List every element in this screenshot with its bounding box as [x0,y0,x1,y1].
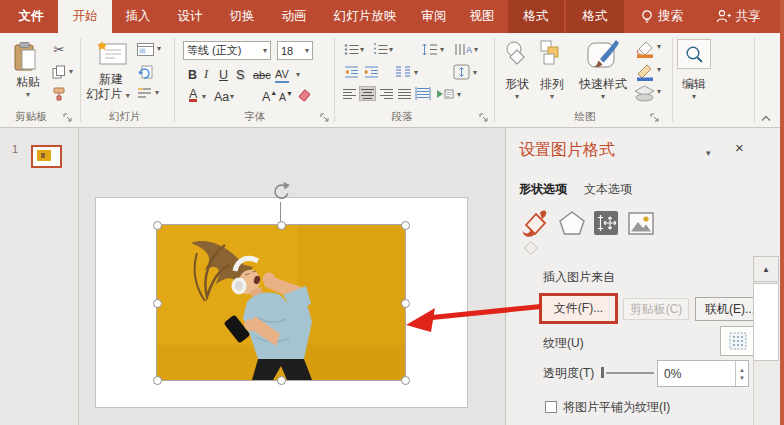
clear-formatting-button[interactable] [296,88,312,104]
decrease-indent-button[interactable] [343,64,360,79]
handle-top-left[interactable] [153,221,162,230]
tab-design[interactable]: 设计 [164,0,216,33]
transparency-slider-handle[interactable] [601,367,604,378]
effects-pentagon-icon[interactable] [558,209,586,237]
handle-bottom-left[interactable] [153,376,162,385]
tab-transitions[interactable]: 切换 [216,0,268,33]
change-case-dropdown-icon[interactable]: ▾ [230,93,234,101]
tab-shape-options[interactable]: 形状选项 [519,181,567,198]
tab-view[interactable]: 视图 [458,0,506,33]
slide-thumbnail[interactable] [31,145,62,168]
transparency-input[interactable]: 0% ▲ ▼ [657,360,749,387]
texture-picker-button[interactable] [720,326,756,356]
shape-fill-button[interactable] [633,38,655,58]
pane-options-dropdown-icon[interactable]: ▾ [706,149,711,158]
pane-scrollbar-up-button[interactable]: ▲ [753,256,779,282]
paste-dropdown-icon[interactable]: ▾ [20,91,36,99]
handle-mid-left[interactable] [153,299,162,308]
spinner-up-icon[interactable]: ▲ [739,367,745,373]
tab-review[interactable]: 审阅 [410,0,458,33]
shape-outline-dropdown-icon[interactable]: ▾ [657,66,661,74]
paragraph-dialog-launcher-icon[interactable] [479,113,489,123]
reset-button[interactable] [136,64,154,80]
increase-indent-button[interactable] [363,64,380,79]
shrink-font-button[interactable]: A▼ [279,88,293,105]
size-properties-icon[interactable] [594,211,618,235]
align-center-button[interactable] [359,86,376,101]
tab-text-options[interactable]: 文本选项 [584,181,632,198]
section-button[interactable] [136,86,152,100]
copy-dropdown-icon[interactable]: ▾ [69,68,73,76]
align-left-button[interactable] [341,86,358,101]
bullets-dropdown-icon[interactable]: ▾ [360,46,364,54]
line-spacing-button[interactable] [420,41,438,57]
font-color-dropdown-icon[interactable]: ▾ [202,93,206,101]
tile-checkbox[interactable] [545,401,557,413]
columns-dropdown-icon[interactable]: ▾ [414,69,418,77]
line-spacing-dropdown-icon[interactable]: ▾ [440,46,444,54]
bold-button[interactable]: B [188,66,197,83]
character-spacing-button[interactable]: AV [275,66,289,83]
tab-insert[interactable]: 插入 [112,0,164,33]
align-text-dropdown-icon[interactable]: ▾ [473,69,477,77]
shape-effects-dropdown-icon[interactable]: ▾ [657,88,661,96]
format-painter-button[interactable] [50,86,68,103]
tell-me-search[interactable]: 搜索 [630,0,694,33]
pane-scrollbar-thumb[interactable] [753,283,779,361]
align-text-button[interactable] [451,63,471,80]
columns-button[interactable] [394,64,412,79]
smartart-dropdown-icon[interactable]: ▾ [457,91,461,99]
grow-font-button[interactable]: A▲ [262,88,277,105]
distribute-button[interactable] [414,86,431,101]
pane-close-icon[interactable]: × [735,139,744,156]
font-size-select[interactable]: 18 ▾ [277,41,313,60]
cut-button[interactable]: ✂ [50,41,68,58]
numbering-button[interactable] [372,42,388,56]
italic-button[interactable]: I [204,66,208,83]
tab-file[interactable]: 文件 [6,0,56,33]
handle-bottom-right[interactable] [401,376,410,385]
inserted-picture[interactable] [157,225,405,380]
layout-dropdown-icon[interactable]: ▾ [157,45,161,53]
file-button-highlight[interactable]: 文件(F)... [539,293,618,324]
text-direction-button[interactable]: A [453,41,473,57]
shape-effects-button[interactable] [633,84,655,102]
underline-button[interactable]: U [219,66,228,83]
handle-top-mid[interactable] [277,221,286,230]
change-case-button[interactable]: Aa [214,88,229,105]
transparency-spinner[interactable]: ▲ ▼ [735,361,748,386]
tab-slideshow[interactable]: 幻灯片放映 [320,0,410,33]
handle-mid-right[interactable] [401,299,410,308]
font-dialog-launcher-icon[interactable] [320,113,330,123]
justify-button[interactable] [396,86,413,101]
handle-top-right[interactable] [401,221,410,230]
bullets-button[interactable] [343,42,359,56]
tab-home[interactable]: 开始 [58,0,112,33]
text-direction-dropdown-icon[interactable]: ▾ [474,46,478,54]
picture-options-icon[interactable] [628,212,654,236]
file-button[interactable]: 文件(F)... [554,300,603,317]
character-spacing-dropdown-icon[interactable]: ▾ [296,71,300,79]
align-right-button[interactable] [378,86,395,101]
numbering-dropdown-icon[interactable]: ▾ [389,46,393,54]
rotation-handle-icon[interactable] [271,181,291,201]
copy-button[interactable] [50,64,68,80]
shape-outline-button[interactable] [633,61,655,81]
font-family-select[interactable]: 等线 (正文) ▾ [183,41,271,60]
layout-button[interactable] [136,42,154,56]
convert-smartart-button[interactable] [435,86,455,102]
tab-animations[interactable]: 动画 [268,0,320,33]
strikethrough-button[interactable]: abc [253,66,271,83]
tab-format-picture-tools[interactable]: 格式 [508,0,564,33]
clipboard-dialog-launcher-icon[interactable] [63,113,73,123]
collapse-ribbon-icon[interactable] [760,114,772,122]
share-button[interactable]: 共享 [706,0,770,33]
transparency-slider-track[interactable] [606,372,654,374]
section-dropdown-icon[interactable]: ▾ [155,89,159,97]
fill-line-icon[interactable] [518,207,550,239]
font-color-button[interactable]: A [189,88,197,102]
shape-fill-dropdown-icon[interactable]: ▾ [657,43,661,51]
handle-bottom-mid[interactable] [277,376,286,385]
drawing-dialog-launcher-icon[interactable] [650,113,660,123]
spinner-down-icon[interactable]: ▼ [739,375,745,381]
